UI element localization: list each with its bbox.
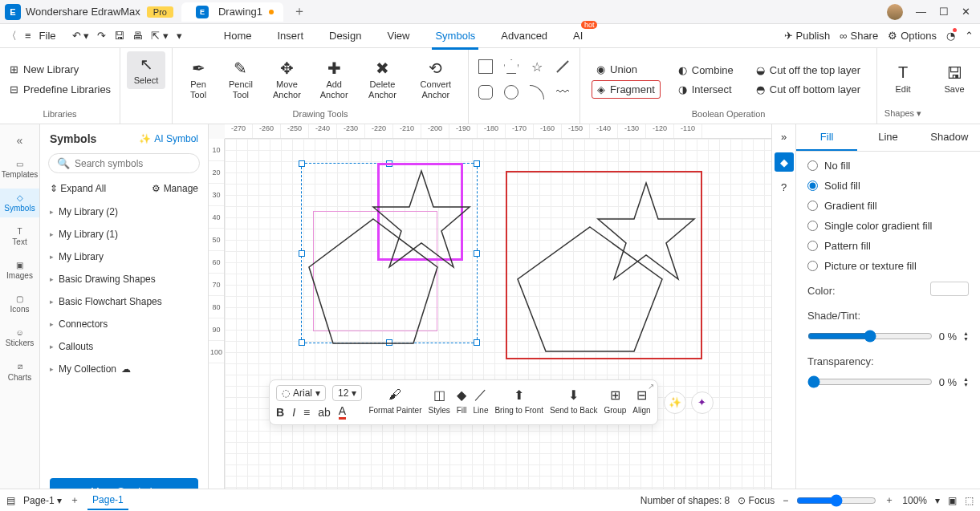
- tab-symbols[interactable]: Symbols: [432, 26, 478, 46]
- back-button[interactable]: 〈: [6, 29, 17, 43]
- align-button[interactable]: ≡: [303, 406, 310, 419]
- fill-tab[interactable]: Fill: [796, 124, 857, 151]
- union-button[interactable]: ◉ Union: [592, 61, 661, 78]
- line-shape[interactable]: [556, 60, 569, 73]
- intersect-button[interactable]: ◑ Intersect: [673, 81, 738, 98]
- expand-all-button[interactable]: ⇕ Expand All: [50, 183, 106, 194]
- freehand-shape[interactable]: 〰: [556, 85, 569, 99]
- options-button[interactable]: ⚙ Options: [888, 30, 937, 42]
- add-anchor[interactable]: ✚Add Anchor: [313, 55, 355, 103]
- shade-slider[interactable]: [807, 330, 933, 343]
- symbol-category[interactable]: ▸My Library (1): [40, 223, 208, 245]
- font-color-button[interactable]: A: [339, 404, 346, 420]
- arc-shape[interactable]: [530, 85, 544, 99]
- rail-templates[interactable]: ▭Templates: [0, 155, 39, 184]
- tab-advanced[interactable]: Advanced: [498, 26, 551, 46]
- document-tab[interactable]: E Drawing1: [181, 2, 283, 22]
- fit-page-icon[interactable]: ▣: [948, 495, 957, 506]
- fill-option[interactable]: Picture or texture fill: [807, 260, 969, 272]
- edit-button[interactable]: TEdit: [884, 60, 922, 98]
- rail-text[interactable]: TText: [0, 222, 39, 251]
- pencil-tool[interactable]: ✎Pencil Tool: [221, 55, 261, 103]
- sparkle-icon[interactable]: ✨: [664, 391, 686, 414]
- size-select[interactable]: 12 ▾: [332, 385, 362, 401]
- ai-enhance-icon[interactable]: ✦: [691, 391, 714, 414]
- save-button[interactable]: 🖫Save: [935, 60, 974, 98]
- delete-anchor[interactable]: ✖Delete Anchor: [358, 55, 406, 103]
- fill-option[interactable]: No fill: [807, 160, 969, 172]
- group-button[interactable]: ⊞Group: [604, 385, 627, 415]
- fill-option[interactable]: Gradient fill: [807, 200, 969, 212]
- publish-button[interactable]: ✈ Publish: [784, 30, 831, 42]
- tab-insert[interactable]: Insert: [274, 26, 307, 46]
- styles-button[interactable]: ◫Styles: [429, 385, 450, 415]
- dropdown-button[interactable]: ▾: [177, 30, 182, 42]
- combine-button[interactable]: ◐ Combine: [673, 62, 738, 79]
- cut-bottom-button[interactable]: ◓ Cut off bottom layer: [751, 81, 865, 98]
- hamburger-icon[interactable]: ≡: [25, 30, 31, 42]
- trans-stepper[interactable]: ▲▼: [963, 376, 969, 387]
- minimize-button[interactable]: —: [916, 6, 926, 18]
- symbol-category[interactable]: ▸My Library (2): [40, 201, 208, 223]
- symbol-category[interactable]: ▸Basic Flowchart Shapes: [40, 290, 208, 313]
- color-field[interactable]: [930, 282, 969, 296]
- shadow-tab[interactable]: Shadow: [919, 124, 980, 151]
- tab-view[interactable]: View: [384, 26, 413, 46]
- format-painter[interactable]: 🖌Format Painter: [368, 385, 421, 415]
- zoom-in-button[interactable]: ＋: [884, 493, 894, 507]
- new-library-button[interactable]: ⊞ New Library: [6, 62, 82, 77]
- convert-anchor[interactable]: ⟲Convert Anchor: [410, 55, 462, 103]
- close-button[interactable]: ✕: [962, 6, 970, 18]
- rail-images[interactable]: ▣Images: [0, 256, 39, 285]
- symbol-category[interactable]: ▸Basic Drawing Shapes: [40, 268, 208, 290]
- focus-button[interactable]: ⊙ Focus: [738, 495, 775, 506]
- manage-button[interactable]: ⚙ Manage: [152, 183, 198, 194]
- avatar[interactable]: [887, 4, 903, 20]
- fill-tool-icon[interactable]: ◆: [775, 152, 794, 172]
- undo-button[interactable]: ↶ ▾: [72, 30, 90, 42]
- send-back-button[interactable]: ⬇Send to Back: [550, 385, 597, 415]
- expand-toolbar-icon[interactable]: ↗: [648, 382, 654, 391]
- symbol-category[interactable]: ▸My Collection ☁: [40, 358, 208, 380]
- print-icon[interactable]: 🖶: [132, 30, 143, 42]
- line-tab[interactable]: Line: [857, 124, 918, 151]
- case-button[interactable]: ab: [318, 406, 331, 419]
- maximize-button[interactable]: ☐: [939, 6, 949, 18]
- tab-ai[interactable]: AI hot: [570, 26, 586, 46]
- tab-home[interactable]: Home: [221, 26, 255, 46]
- rail-charts[interactable]: ⧄Charts: [0, 357, 39, 387]
- bold-button[interactable]: B: [276, 406, 284, 419]
- font-select[interactable]: ◌ Arial ▾: [276, 385, 326, 401]
- add-page-button[interactable]: ＋: [70, 493, 79, 507]
- pen-tool[interactable]: ✒Pen Tool: [179, 55, 218, 103]
- rail-icons[interactable]: ▢Icons: [0, 290, 39, 318]
- predefine-libraries-button[interactable]: ⊟ Predefine Libraries: [6, 82, 114, 97]
- trans-slider[interactable]: [807, 375, 933, 388]
- fill-button[interactable]: ◆Fill: [457, 385, 467, 415]
- roundrect-shape[interactable]: [478, 85, 493, 99]
- zoom-out-button[interactable]: −: [783, 495, 788, 506]
- cut-top-button[interactable]: ◒ Cut off the top layer: [751, 62, 865, 79]
- tab-design[interactable]: Design: [326, 26, 364, 46]
- pentagon-shape[interactable]: [504, 59, 518, 74]
- fill-option[interactable]: Pattern fill: [807, 240, 969, 252]
- collapse-ribbon-icon[interactable]: ⌃: [965, 30, 974, 42]
- symbol-category[interactable]: ▸Connectors: [40, 313, 208, 335]
- notification-icon[interactable]: ◔: [946, 30, 955, 42]
- fill-option[interactable]: Single color gradient fill: [807, 220, 969, 232]
- redo-button[interactable]: ↷: [97, 30, 106, 42]
- page-view-icon[interactable]: ▤: [6, 495, 15, 506]
- left-shapes[interactable]: [301, 163, 478, 347]
- ai-symbol-button[interactable]: ✨ AI Symbol: [139, 133, 198, 144]
- rect-shape[interactable]: [478, 59, 493, 74]
- collapse-rail-icon[interactable]: «: [17, 131, 23, 150]
- rail-symbols[interactable]: ◇Symbols: [0, 189, 39, 217]
- fill-option[interactable]: Solid fill: [807, 180, 969, 192]
- italic-button[interactable]: I: [292, 406, 295, 419]
- export-icon[interactable]: ⇱ ▾: [151, 30, 169, 42]
- canvas[interactable]: ◌ Arial ▾ 12 ▾ B I ≡ ab A 🖌Format Painte…: [225, 139, 771, 511]
- add-tab-button[interactable]: ＋: [293, 3, 306, 20]
- move-anchor[interactable]: ✥Move Anchor: [264, 55, 310, 103]
- page-select[interactable]: Page-1 ▾: [23, 495, 62, 506]
- page-tab[interactable]: Page-1: [87, 491, 128, 510]
